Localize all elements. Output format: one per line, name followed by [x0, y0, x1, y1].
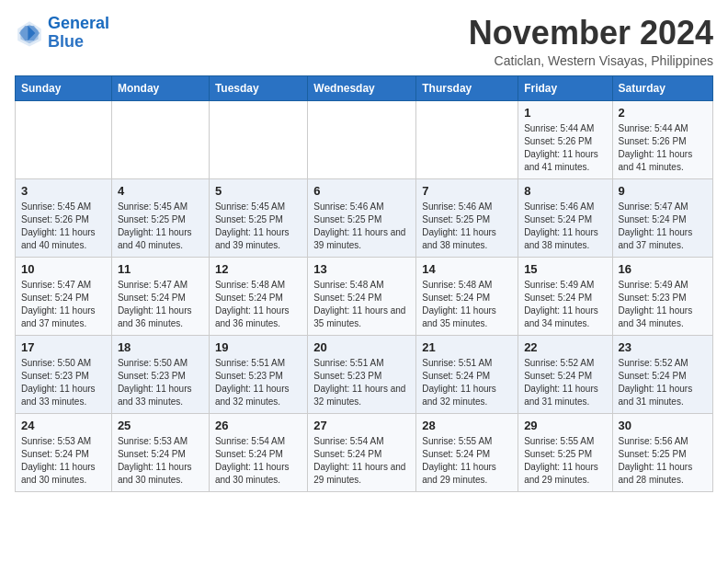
- calendar-day-cell: 25Sunrise: 5:53 AM Sunset: 5:24 PM Dayli…: [111, 413, 209, 491]
- calendar-day-cell: 19Sunrise: 5:51 AM Sunset: 5:23 PM Dayli…: [209, 335, 307, 413]
- calendar-day-cell: 13Sunrise: 5:48 AM Sunset: 5:24 PM Dayli…: [308, 257, 416, 335]
- weekday-header-row: SundayMondayTuesdayWednesdayThursdayFrid…: [16, 75, 713, 100]
- day-number: 5: [215, 184, 301, 198]
- calendar-day-cell: 8Sunrise: 5:46 AM Sunset: 5:24 PM Daylig…: [518, 178, 612, 257]
- calendar-day-cell: 9Sunrise: 5:47 AM Sunset: 5:24 PM Daylig…: [612, 178, 712, 257]
- day-number: 4: [118, 184, 203, 198]
- day-info: Sunrise: 5:48 AM Sunset: 5:24 PM Dayligh…: [422, 279, 512, 330]
- day-number: 23: [619, 340, 707, 354]
- day-info: Sunrise: 5:50 AM Sunset: 5:23 PM Dayligh…: [118, 357, 203, 408]
- day-info: Sunrise: 5:50 AM Sunset: 5:23 PM Dayligh…: [21, 357, 106, 408]
- calendar-day-cell: 14Sunrise: 5:48 AM Sunset: 5:24 PM Dayli…: [416, 257, 518, 335]
- day-info: Sunrise: 5:52 AM Sunset: 5:24 PM Dayligh…: [619, 357, 707, 408]
- calendar-day-cell: [111, 100, 209, 178]
- calendar-day-cell: 6Sunrise: 5:46 AM Sunset: 5:25 PM Daylig…: [308, 178, 416, 257]
- day-info: Sunrise: 5:54 AM Sunset: 5:24 PM Dayligh…: [313, 435, 410, 487]
- day-info: Sunrise: 5:49 AM Sunset: 5:24 PM Dayligh…: [524, 279, 606, 330]
- day-number: 22: [524, 340, 606, 354]
- day-info: Sunrise: 5:45 AM Sunset: 5:25 PM Dayligh…: [118, 201, 203, 252]
- logo: General Blue: [15, 15, 109, 52]
- day-number: 12: [215, 262, 301, 276]
- day-info: Sunrise: 5:47 AM Sunset: 5:24 PM Dayligh…: [619, 201, 707, 252]
- logo-line1: General: [48, 14, 109, 32]
- day-info: Sunrise: 5:55 AM Sunset: 5:25 PM Dayligh…: [524, 435, 606, 487]
- day-number: 14: [422, 262, 512, 276]
- calendar-day-cell: 15Sunrise: 5:49 AM Sunset: 5:24 PM Dayli…: [518, 257, 612, 335]
- day-info: Sunrise: 5:46 AM Sunset: 5:25 PM Dayligh…: [313, 201, 410, 252]
- day-number: 28: [422, 419, 512, 432]
- calendar-day-cell: 5Sunrise: 5:45 AM Sunset: 5:25 PM Daylig…: [209, 178, 307, 257]
- calendar-day-cell: 27Sunrise: 5:54 AM Sunset: 5:24 PM Dayli…: [308, 413, 416, 491]
- day-info: Sunrise: 5:44 AM Sunset: 5:26 PM Dayligh…: [524, 122, 606, 174]
- day-info: Sunrise: 5:46 AM Sunset: 5:24 PM Dayligh…: [524, 201, 606, 252]
- day-info: Sunrise: 5:56 AM Sunset: 5:25 PM Dayligh…: [619, 435, 707, 487]
- calendar-table: SundayMondayTuesdayWednesdayThursdayFrid…: [15, 75, 713, 492]
- calendar-day-cell: [308, 100, 416, 178]
- day-number: 30: [619, 419, 707, 432]
- calendar-day-cell: 2Sunrise: 5:44 AM Sunset: 5:26 PM Daylig…: [612, 100, 712, 178]
- calendar-day-cell: 3Sunrise: 5:45 AM Sunset: 5:26 PM Daylig…: [16, 178, 112, 257]
- calendar-day-cell: 11Sunrise: 5:47 AM Sunset: 5:24 PM Dayli…: [111, 257, 209, 335]
- month-title: November 2024: [469, 15, 713, 52]
- day-number: 2: [619, 106, 707, 120]
- day-number: 18: [118, 340, 203, 354]
- day-number: 20: [313, 340, 410, 354]
- location-subtitle: Caticlan, Western Visayas, Philippines: [469, 53, 713, 68]
- day-info: Sunrise: 5:47 AM Sunset: 5:24 PM Dayligh…: [21, 279, 106, 330]
- day-info: Sunrise: 5:54 AM Sunset: 5:24 PM Dayligh…: [215, 435, 301, 487]
- day-number: 7: [422, 184, 512, 198]
- logo-icon: [15, 18, 44, 48]
- calendar-week-row: 3Sunrise: 5:45 AM Sunset: 5:26 PM Daylig…: [16, 178, 713, 257]
- calendar-day-cell: 26Sunrise: 5:54 AM Sunset: 5:24 PM Dayli…: [209, 413, 307, 491]
- weekday-header-cell: Sunday: [16, 75, 112, 100]
- calendar-day-cell: 29Sunrise: 5:55 AM Sunset: 5:25 PM Dayli…: [518, 413, 612, 491]
- day-number: 1: [524, 106, 606, 120]
- calendar-day-cell: [209, 100, 307, 178]
- day-number: 9: [619, 184, 707, 198]
- calendar-day-cell: 20Sunrise: 5:51 AM Sunset: 5:23 PM Dayli…: [308, 335, 416, 413]
- calendar-day-cell: 16Sunrise: 5:49 AM Sunset: 5:23 PM Dayli…: [612, 257, 712, 335]
- day-number: 16: [619, 262, 707, 276]
- weekday-header-cell: Wednesday: [308, 75, 416, 100]
- day-number: 17: [21, 340, 106, 354]
- calendar-day-cell: 28Sunrise: 5:55 AM Sunset: 5:24 PM Dayli…: [416, 413, 518, 491]
- day-number: 19: [215, 340, 301, 354]
- day-info: Sunrise: 5:53 AM Sunset: 5:24 PM Dayligh…: [118, 435, 203, 487]
- weekday-header-cell: Thursday: [416, 75, 518, 100]
- day-info: Sunrise: 5:45 AM Sunset: 5:26 PM Dayligh…: [21, 201, 106, 252]
- calendar-week-row: 17Sunrise: 5:50 AM Sunset: 5:23 PM Dayli…: [16, 335, 713, 413]
- calendar-week-row: 1Sunrise: 5:44 AM Sunset: 5:26 PM Daylig…: [16, 100, 713, 178]
- day-info: Sunrise: 5:44 AM Sunset: 5:26 PM Dayligh…: [619, 122, 707, 174]
- calendar-day-cell: 21Sunrise: 5:51 AM Sunset: 5:24 PM Dayli…: [416, 335, 518, 413]
- calendar-day-cell: 24Sunrise: 5:53 AM Sunset: 5:24 PM Dayli…: [16, 413, 112, 491]
- calendar-day-cell: 12Sunrise: 5:48 AM Sunset: 5:24 PM Dayli…: [209, 257, 307, 335]
- weekday-header-cell: Monday: [111, 75, 209, 100]
- day-number: 21: [422, 340, 512, 354]
- day-info: Sunrise: 5:47 AM Sunset: 5:24 PM Dayligh…: [118, 279, 203, 330]
- day-number: 13: [313, 262, 410, 276]
- calendar-day-cell: [416, 100, 518, 178]
- day-info: Sunrise: 5:51 AM Sunset: 5:24 PM Dayligh…: [422, 357, 512, 408]
- day-number: 6: [313, 184, 410, 198]
- day-number: 29: [524, 419, 606, 432]
- calendar-day-cell: 22Sunrise: 5:52 AM Sunset: 5:24 PM Dayli…: [518, 335, 612, 413]
- calendar-week-row: 10Sunrise: 5:47 AM Sunset: 5:24 PM Dayli…: [16, 257, 713, 335]
- calendar-day-cell: 18Sunrise: 5:50 AM Sunset: 5:23 PM Dayli…: [111, 335, 209, 413]
- calendar-body: 1Sunrise: 5:44 AM Sunset: 5:26 PM Daylig…: [16, 100, 713, 491]
- day-info: Sunrise: 5:46 AM Sunset: 5:25 PM Dayligh…: [422, 201, 512, 252]
- calendar-day-cell: 10Sunrise: 5:47 AM Sunset: 5:24 PM Dayli…: [16, 257, 112, 335]
- calendar-day-cell: 4Sunrise: 5:45 AM Sunset: 5:25 PM Daylig…: [111, 178, 209, 257]
- calendar-day-cell: 23Sunrise: 5:52 AM Sunset: 5:24 PM Dayli…: [612, 335, 712, 413]
- day-info: Sunrise: 5:53 AM Sunset: 5:24 PM Dayligh…: [21, 435, 106, 487]
- logo-line2: Blue: [48, 32, 84, 51]
- day-number: 24: [21, 419, 106, 432]
- day-number: 27: [313, 419, 410, 432]
- day-number: 15: [524, 262, 606, 276]
- title-block: November 2024 Caticlan, Western Visayas,…: [469, 15, 713, 68]
- calendar-day-cell: 1Sunrise: 5:44 AM Sunset: 5:26 PM Daylig…: [518, 100, 612, 178]
- day-number: 26: [215, 419, 301, 432]
- day-number: 8: [524, 184, 606, 198]
- day-number: 25: [118, 419, 203, 432]
- calendar-day-cell: [16, 100, 112, 178]
- logo-text: General Blue: [48, 15, 109, 52]
